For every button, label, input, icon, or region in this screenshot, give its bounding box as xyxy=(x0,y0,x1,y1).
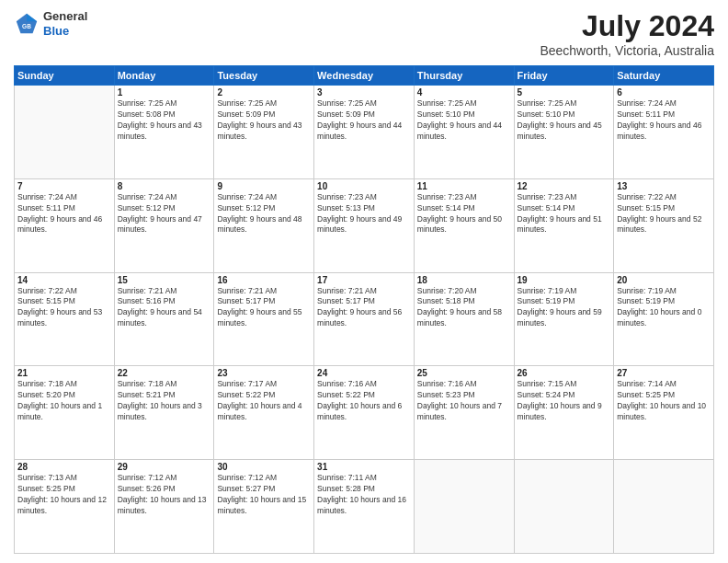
day-number: 6 xyxy=(617,87,711,98)
day-number: 9 xyxy=(217,181,311,191)
day-info: Sunrise: 7:24 AMSunset: 5:12 PMDaylight:… xyxy=(217,192,311,236)
calendar-cell xyxy=(514,460,614,554)
day-number: 29 xyxy=(118,462,211,472)
day-number: 22 xyxy=(118,368,211,378)
day-info: Sunrise: 7:12 AMSunset: 5:26 PMDaylight:… xyxy=(118,473,211,517)
day-info: Sunrise: 7:16 AMSunset: 5:23 PMDaylight:… xyxy=(417,379,511,423)
logo-general: General xyxy=(43,9,87,24)
day-number: 4 xyxy=(417,87,511,98)
day-info: Sunrise: 7:22 AMSunset: 5:15 PMDaylight:… xyxy=(617,192,711,236)
day-number: 14 xyxy=(17,275,111,285)
calendar-cell: 16Sunrise: 7:21 AMSunset: 5:17 PMDayligh… xyxy=(214,272,314,366)
day-info: Sunrise: 7:18 AMSunset: 5:20 PMDaylight:… xyxy=(17,379,111,423)
calendar-cell: 11Sunrise: 7:23 AMSunset: 5:14 PMDayligh… xyxy=(414,178,514,272)
calendar-cell: 8Sunrise: 7:24 AMSunset: 5:12 PMDaylight… xyxy=(114,178,214,272)
calendar-cell: 18Sunrise: 7:20 AMSunset: 5:18 PMDayligh… xyxy=(414,272,514,366)
day-info: Sunrise: 7:23 AMSunset: 5:14 PMDaylight:… xyxy=(417,192,511,236)
day-info: Sunrise: 7:18 AMSunset: 5:21 PMDaylight:… xyxy=(118,379,211,423)
calendar-cell: 20Sunrise: 7:19 AMSunset: 5:19 PMDayligh… xyxy=(614,272,714,366)
day-info: Sunrise: 7:24 AMSunset: 5:11 PMDaylight:… xyxy=(617,98,711,143)
day-info: Sunrise: 7:21 AMSunset: 5:17 PMDaylight:… xyxy=(217,286,311,330)
day-number: 15 xyxy=(118,275,211,285)
calendar-cell xyxy=(414,460,514,554)
day-number: 30 xyxy=(217,462,311,472)
logo-icon: GB xyxy=(14,11,40,37)
calendar-cell: 31Sunrise: 7:11 AMSunset: 5:28 PMDayligh… xyxy=(314,460,415,554)
calendar-cell: 12Sunrise: 7:23 AMSunset: 5:14 PMDayligh… xyxy=(514,178,614,272)
calendar-cell: 25Sunrise: 7:16 AMSunset: 5:23 PMDayligh… xyxy=(414,366,514,460)
day-number: 20 xyxy=(617,275,711,285)
day-info: Sunrise: 7:25 AMSunset: 5:09 PMDaylight:… xyxy=(217,98,311,143)
calendar-cell: 14Sunrise: 7:22 AMSunset: 5:15 PMDayligh… xyxy=(15,272,115,366)
calendar-cell: 24Sunrise: 7:16 AMSunset: 5:22 PMDayligh… xyxy=(314,366,415,460)
calendar-cell: 10Sunrise: 7:23 AMSunset: 5:13 PMDayligh… xyxy=(314,178,415,272)
calendar-cell: 26Sunrise: 7:15 AMSunset: 5:24 PMDayligh… xyxy=(514,366,614,460)
calendar-week-row: 7Sunrise: 7:24 AMSunset: 5:11 PMDaylight… xyxy=(15,178,714,272)
day-info: Sunrise: 7:24 AMSunset: 5:12 PMDaylight:… xyxy=(118,192,211,236)
day-number: 18 xyxy=(417,275,511,285)
day-number: 23 xyxy=(217,368,311,378)
col-tuesday: Tuesday xyxy=(214,66,314,86)
day-info: Sunrise: 7:19 AMSunset: 5:19 PMDaylight:… xyxy=(617,286,711,330)
col-thursday: Thursday xyxy=(414,66,514,86)
calendar-cell: 6Sunrise: 7:24 AMSunset: 5:11 PMDaylight… xyxy=(614,86,714,179)
day-info: Sunrise: 7:25 AMSunset: 5:10 PMDaylight:… xyxy=(518,98,611,143)
day-number: 10 xyxy=(317,181,411,191)
svg-text:GB: GB xyxy=(22,22,31,29)
calendar-table: Sunday Monday Tuesday Wednesday Thursday… xyxy=(14,65,714,554)
calendar-week-row: 21Sunrise: 7:18 AMSunset: 5:20 PMDayligh… xyxy=(15,366,714,460)
day-info: Sunrise: 7:23 AMSunset: 5:13 PMDaylight:… xyxy=(317,192,411,236)
col-sunday: Sunday xyxy=(15,66,115,86)
day-number: 19 xyxy=(518,275,611,285)
day-number: 13 xyxy=(617,181,711,191)
day-info: Sunrise: 7:20 AMSunset: 5:18 PMDaylight:… xyxy=(417,286,511,330)
calendar-cell: 30Sunrise: 7:12 AMSunset: 5:27 PMDayligh… xyxy=(214,460,314,554)
calendar-cell: 1Sunrise: 7:25 AMSunset: 5:08 PMDaylight… xyxy=(114,86,214,179)
calendar-week-row: 28Sunrise: 7:13 AMSunset: 5:25 PMDayligh… xyxy=(15,460,714,554)
day-info: Sunrise: 7:19 AMSunset: 5:19 PMDaylight:… xyxy=(518,286,611,330)
calendar-cell: 2Sunrise: 7:25 AMSunset: 5:09 PMDaylight… xyxy=(214,86,314,179)
calendar-cell xyxy=(15,86,115,179)
calendar-cell: 21Sunrise: 7:18 AMSunset: 5:20 PMDayligh… xyxy=(15,366,115,460)
page: GB General Blue July 2024 Beechworth, Vi… xyxy=(0,0,728,563)
main-title: July 2024 xyxy=(540,9,714,43)
day-info: Sunrise: 7:13 AMSunset: 5:25 PMDaylight:… xyxy=(17,473,111,517)
col-friday: Friday xyxy=(514,66,614,86)
calendar-cell xyxy=(614,460,714,554)
col-saturday: Saturday xyxy=(614,66,714,86)
day-number: 7 xyxy=(17,181,111,191)
day-number: 8 xyxy=(118,181,211,191)
calendar-cell: 29Sunrise: 7:12 AMSunset: 5:26 PMDayligh… xyxy=(114,460,214,554)
day-info: Sunrise: 7:11 AMSunset: 5:28 PMDaylight:… xyxy=(317,473,411,517)
calendar-week-row: 1Sunrise: 7:25 AMSunset: 5:08 PMDaylight… xyxy=(15,86,714,179)
calendar-cell: 22Sunrise: 7:18 AMSunset: 5:21 PMDayligh… xyxy=(114,366,214,460)
day-info: Sunrise: 7:21 AMSunset: 5:16 PMDaylight:… xyxy=(118,286,211,330)
day-info: Sunrise: 7:22 AMSunset: 5:15 PMDaylight:… xyxy=(17,286,111,330)
calendar-cell: 17Sunrise: 7:21 AMSunset: 5:17 PMDayligh… xyxy=(314,272,415,366)
calendar-cell: 9Sunrise: 7:24 AMSunset: 5:12 PMDaylight… xyxy=(214,178,314,272)
col-monday: Monday xyxy=(114,66,214,86)
calendar-cell: 5Sunrise: 7:25 AMSunset: 5:10 PMDaylight… xyxy=(514,86,614,179)
calendar-cell: 15Sunrise: 7:21 AMSunset: 5:16 PMDayligh… xyxy=(114,272,214,366)
logo-text: General Blue xyxy=(43,9,87,38)
day-info: Sunrise: 7:16 AMSunset: 5:22 PMDaylight:… xyxy=(317,379,411,423)
day-number: 16 xyxy=(217,275,311,285)
calendar-header-row: Sunday Monday Tuesday Wednesday Thursday… xyxy=(15,66,714,86)
day-number: 26 xyxy=(518,368,611,378)
day-number: 5 xyxy=(518,87,611,98)
calendar-cell: 7Sunrise: 7:24 AMSunset: 5:11 PMDaylight… xyxy=(15,178,115,272)
day-info: Sunrise: 7:24 AMSunset: 5:11 PMDaylight:… xyxy=(17,192,111,236)
calendar-cell: 4Sunrise: 7:25 AMSunset: 5:10 PMDaylight… xyxy=(414,86,514,179)
day-number: 17 xyxy=(317,275,411,285)
calendar-cell: 13Sunrise: 7:22 AMSunset: 5:15 PMDayligh… xyxy=(614,178,714,272)
day-number: 24 xyxy=(317,368,411,378)
day-info: Sunrise: 7:15 AMSunset: 5:24 PMDaylight:… xyxy=(518,379,611,423)
day-number: 12 xyxy=(518,181,611,191)
col-wednesday: Wednesday xyxy=(314,66,415,86)
calendar-cell: 3Sunrise: 7:25 AMSunset: 5:09 PMDaylight… xyxy=(314,86,415,179)
day-info: Sunrise: 7:25 AMSunset: 5:10 PMDaylight:… xyxy=(417,98,511,143)
day-info: Sunrise: 7:25 AMSunset: 5:08 PMDaylight:… xyxy=(118,98,211,143)
day-number: 25 xyxy=(417,368,511,378)
day-info: Sunrise: 7:23 AMSunset: 5:14 PMDaylight:… xyxy=(518,192,611,236)
day-number: 2 xyxy=(217,87,311,98)
